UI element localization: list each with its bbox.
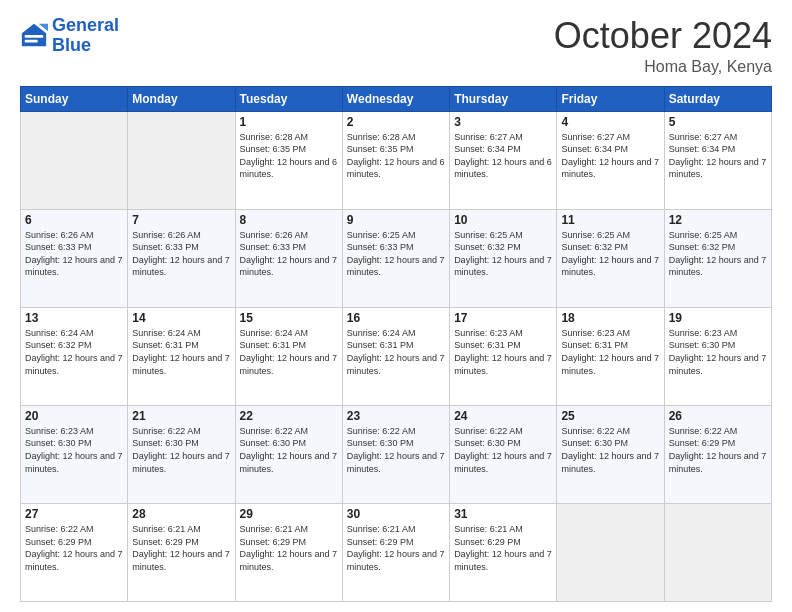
location: Homa Bay, Kenya: [554, 58, 772, 76]
calendar-cell: 9Sunrise: 6:25 AM Sunset: 6:33 PM Daylig…: [342, 209, 449, 307]
svg-rect-3: [25, 40, 38, 43]
svg-marker-0: [22, 24, 46, 46]
day-info: Sunrise: 6:23 AM Sunset: 6:30 PM Dayligh…: [669, 327, 767, 377]
calendar-cell: 16Sunrise: 6:24 AM Sunset: 6:31 PM Dayli…: [342, 307, 449, 405]
day-number: 10: [454, 213, 552, 227]
day-info: Sunrise: 6:23 AM Sunset: 6:30 PM Dayligh…: [25, 425, 123, 475]
calendar-cell: 3Sunrise: 6:27 AM Sunset: 6:34 PM Daylig…: [450, 111, 557, 209]
day-number: 17: [454, 311, 552, 325]
calendar-day-header: Friday: [557, 86, 664, 111]
calendar-cell: 25Sunrise: 6:22 AM Sunset: 6:30 PM Dayli…: [557, 405, 664, 503]
day-number: 14: [132, 311, 230, 325]
calendar-table: SundayMondayTuesdayWednesdayThursdayFrid…: [20, 86, 772, 602]
day-info: Sunrise: 6:21 AM Sunset: 6:29 PM Dayligh…: [347, 523, 445, 573]
day-info: Sunrise: 6:28 AM Sunset: 6:35 PM Dayligh…: [240, 131, 338, 181]
calendar-cell: 12Sunrise: 6:25 AM Sunset: 6:32 PM Dayli…: [664, 209, 771, 307]
day-info: Sunrise: 6:21 AM Sunset: 6:29 PM Dayligh…: [132, 523, 230, 573]
day-number: 19: [669, 311, 767, 325]
day-number: 24: [454, 409, 552, 423]
calendar-cell: 18Sunrise: 6:23 AM Sunset: 6:31 PM Dayli…: [557, 307, 664, 405]
day-info: Sunrise: 6:21 AM Sunset: 6:29 PM Dayligh…: [454, 523, 552, 573]
page: General Blue October 2024 Homa Bay, Keny…: [0, 0, 792, 612]
day-number: 25: [561, 409, 659, 423]
calendar-day-header: Thursday: [450, 86, 557, 111]
calendar-cell: 13Sunrise: 6:24 AM Sunset: 6:32 PM Dayli…: [21, 307, 128, 405]
calendar-day-header: Monday: [128, 86, 235, 111]
calendar-day-header: Tuesday: [235, 86, 342, 111]
day-info: Sunrise: 6:21 AM Sunset: 6:29 PM Dayligh…: [240, 523, 338, 573]
day-number: 22: [240, 409, 338, 423]
calendar-cell: [664, 503, 771, 601]
day-info: Sunrise: 6:27 AM Sunset: 6:34 PM Dayligh…: [669, 131, 767, 181]
day-info: Sunrise: 6:24 AM Sunset: 6:32 PM Dayligh…: [25, 327, 123, 377]
day-info: Sunrise: 6:26 AM Sunset: 6:33 PM Dayligh…: [132, 229, 230, 279]
day-number: 21: [132, 409, 230, 423]
title-block: October 2024 Homa Bay, Kenya: [554, 16, 772, 76]
calendar-cell: 30Sunrise: 6:21 AM Sunset: 6:29 PM Dayli…: [342, 503, 449, 601]
day-number: 5: [669, 115, 767, 129]
day-number: 28: [132, 507, 230, 521]
calendar-cell: 8Sunrise: 6:26 AM Sunset: 6:33 PM Daylig…: [235, 209, 342, 307]
day-number: 6: [25, 213, 123, 227]
day-info: Sunrise: 6:27 AM Sunset: 6:34 PM Dayligh…: [454, 131, 552, 181]
calendar-cell: 27Sunrise: 6:22 AM Sunset: 6:29 PM Dayli…: [21, 503, 128, 601]
logo-line1: General: [52, 15, 119, 35]
calendar-cell: 24Sunrise: 6:22 AM Sunset: 6:30 PM Dayli…: [450, 405, 557, 503]
day-info: Sunrise: 6:25 AM Sunset: 6:33 PM Dayligh…: [347, 229, 445, 279]
calendar-week-row: 27Sunrise: 6:22 AM Sunset: 6:29 PM Dayli…: [21, 503, 772, 601]
calendar-cell: 15Sunrise: 6:24 AM Sunset: 6:31 PM Dayli…: [235, 307, 342, 405]
day-number: 4: [561, 115, 659, 129]
day-number: 26: [669, 409, 767, 423]
day-number: 2: [347, 115, 445, 129]
day-info: Sunrise: 6:25 AM Sunset: 6:32 PM Dayligh…: [561, 229, 659, 279]
calendar-cell: 26Sunrise: 6:22 AM Sunset: 6:29 PM Dayli…: [664, 405, 771, 503]
calendar-cell: [128, 111, 235, 209]
day-number: 9: [347, 213, 445, 227]
calendar-cell: 5Sunrise: 6:27 AM Sunset: 6:34 PM Daylig…: [664, 111, 771, 209]
calendar-week-row: 6Sunrise: 6:26 AM Sunset: 6:33 PM Daylig…: [21, 209, 772, 307]
day-number: 7: [132, 213, 230, 227]
calendar-cell: 29Sunrise: 6:21 AM Sunset: 6:29 PM Dayli…: [235, 503, 342, 601]
day-info: Sunrise: 6:27 AM Sunset: 6:34 PM Dayligh…: [561, 131, 659, 181]
calendar-cell: 1Sunrise: 6:28 AM Sunset: 6:35 PM Daylig…: [235, 111, 342, 209]
day-info: Sunrise: 6:23 AM Sunset: 6:31 PM Dayligh…: [561, 327, 659, 377]
day-number: 12: [669, 213, 767, 227]
day-info: Sunrise: 6:25 AM Sunset: 6:32 PM Dayligh…: [454, 229, 552, 279]
day-info: Sunrise: 6:25 AM Sunset: 6:32 PM Dayligh…: [669, 229, 767, 279]
calendar-cell: 20Sunrise: 6:23 AM Sunset: 6:30 PM Dayli…: [21, 405, 128, 503]
calendar-header-row: SundayMondayTuesdayWednesdayThursdayFrid…: [21, 86, 772, 111]
logo: General Blue: [20, 16, 119, 56]
day-info: Sunrise: 6:22 AM Sunset: 6:30 PM Dayligh…: [240, 425, 338, 475]
day-info: Sunrise: 6:24 AM Sunset: 6:31 PM Dayligh…: [347, 327, 445, 377]
svg-rect-2: [25, 35, 44, 38]
day-info: Sunrise: 6:26 AM Sunset: 6:33 PM Dayligh…: [25, 229, 123, 279]
calendar-cell: 22Sunrise: 6:22 AM Sunset: 6:30 PM Dayli…: [235, 405, 342, 503]
header: General Blue October 2024 Homa Bay, Keny…: [20, 16, 772, 76]
calendar-cell: 10Sunrise: 6:25 AM Sunset: 6:32 PM Dayli…: [450, 209, 557, 307]
day-info: Sunrise: 6:22 AM Sunset: 6:30 PM Dayligh…: [132, 425, 230, 475]
calendar-cell: [21, 111, 128, 209]
calendar-cell: 6Sunrise: 6:26 AM Sunset: 6:33 PM Daylig…: [21, 209, 128, 307]
day-number: 30: [347, 507, 445, 521]
day-number: 1: [240, 115, 338, 129]
calendar-cell: 11Sunrise: 6:25 AM Sunset: 6:32 PM Dayli…: [557, 209, 664, 307]
calendar-cell: 17Sunrise: 6:23 AM Sunset: 6:31 PM Dayli…: [450, 307, 557, 405]
day-info: Sunrise: 6:24 AM Sunset: 6:31 PM Dayligh…: [132, 327, 230, 377]
day-number: 3: [454, 115, 552, 129]
day-number: 31: [454, 507, 552, 521]
calendar-cell: [557, 503, 664, 601]
calendar-cell: 14Sunrise: 6:24 AM Sunset: 6:31 PM Dayli…: [128, 307, 235, 405]
logo-icon: [20, 22, 48, 50]
calendar-week-row: 13Sunrise: 6:24 AM Sunset: 6:32 PM Dayli…: [21, 307, 772, 405]
day-number: 18: [561, 311, 659, 325]
calendar-cell: 2Sunrise: 6:28 AM Sunset: 6:35 PM Daylig…: [342, 111, 449, 209]
logo-line2: Blue: [52, 36, 119, 56]
day-info: Sunrise: 6:22 AM Sunset: 6:29 PM Dayligh…: [25, 523, 123, 573]
day-number: 11: [561, 213, 659, 227]
calendar-cell: 19Sunrise: 6:23 AM Sunset: 6:30 PM Dayli…: [664, 307, 771, 405]
day-number: 15: [240, 311, 338, 325]
calendar-cell: 4Sunrise: 6:27 AM Sunset: 6:34 PM Daylig…: [557, 111, 664, 209]
day-info: Sunrise: 6:22 AM Sunset: 6:30 PM Dayligh…: [347, 425, 445, 475]
calendar-day-header: Sunday: [21, 86, 128, 111]
calendar-cell: 7Sunrise: 6:26 AM Sunset: 6:33 PM Daylig…: [128, 209, 235, 307]
